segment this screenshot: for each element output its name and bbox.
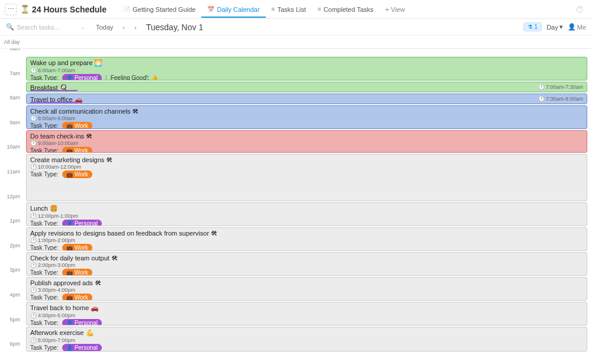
search-icon: 🔍 [6, 23, 14, 31]
calendar-event[interactable]: Wake up and prepare 🌅🕐6:00am-7:00amTask … [26, 57, 587, 80]
calendar-event[interactable]: Do team check-ins 🛠🕐9:00am-10:00amTask T… [26, 130, 587, 153]
current-date: Tuesday, Nov 1 [146, 22, 204, 32]
event-meta: Task Type:💼Work [30, 170, 583, 178]
clock-icon: 🕐 [30, 115, 37, 121]
calendar-event[interactable]: Check for daily team output 🛠🕐2:00pm-3:0… [26, 252, 587, 276]
briefcase-icon: 💼 [66, 295, 73, 301]
clock-icon: 🕐 [30, 164, 37, 170]
event-time-right: 🕐7:30am-8:00am [538, 96, 583, 102]
hour-label: 1pm [0, 218, 24, 224]
event-time-right: 🕐7:00am-7:30am [538, 84, 583, 90]
chevron-down-icon[interactable]: ⌄ [81, 24, 85, 30]
prev-day-button[interactable]: ‹ [120, 22, 127, 32]
calendar-event[interactable]: Publish approved ads 🛠🕐3:00pm-4:00pmTask… [26, 277, 587, 301]
next-day-button[interactable]: › [132, 22, 139, 32]
briefcase-icon: 💼 [66, 172, 73, 178]
stopwatch-icon[interactable]: ⏱ [575, 5, 584, 14]
search-box[interactable]: 🔍 ⌄ [6, 23, 89, 31]
hour-label: 6am [0, 49, 24, 51]
event-title: Wake up and prepare 🌅 [30, 59, 583, 67]
event-title: Publish approved ads 🛠 [30, 279, 583, 286]
calendar-event[interactable]: Travel to office 🚗🕐7:30am-8:00am [26, 94, 587, 104]
calendar-event[interactable]: Check all communication channels 🛠🕐8:00a… [26, 105, 587, 129]
event-meta: Task Type:💼Work [30, 244, 583, 251]
event-meta: Task Type:💼Work [30, 122, 583, 129]
event-title: Do team check-ins 🛠 [30, 133, 583, 140]
hour-label: 5pm [0, 317, 24, 323]
event-meta: Task Type:💼Work [30, 147, 583, 153]
event-title: Check all communication channels 🛠 [30, 108, 583, 115]
briefcase-icon: 💼 [66, 270, 73, 276]
clock-icon: 🕐 [538, 96, 545, 102]
list-icon: ≡ [272, 6, 275, 12]
today-button[interactable]: Today [94, 22, 115, 32]
tab-tasks-list[interactable]: ≡Tasks List [266, 1, 312, 18]
event-time: 🕐6:00am-7:00am [30, 67, 583, 73]
person-icon: 👤 [66, 221, 73, 227]
tab-completed-tasks[interactable]: ≡Completed Tasks [312, 1, 379, 18]
task-type-pill: 💼Work [62, 269, 92, 276]
calendar-event[interactable]: Create marketing designs 🛠🕐10:00am-12:00… [26, 154, 587, 201]
progress-underline [30, 90, 78, 91]
hour-label: 2pm [0, 243, 24, 249]
tab-getting-started[interactable]: 📄Getting Started Guide [117, 1, 201, 18]
event-time: 🕐9:00am-10:00am [30, 140, 583, 146]
event-title: Travel back to home 🚗 [30, 304, 583, 312]
calendar-event[interactable]: Afterwork exercise 💪🕐5:00pm-7:00pmTask T… [26, 327, 587, 352]
event-title: Travel to office 🚗 [30, 96, 583, 104]
filter-badge[interactable]: ⚗1 [523, 22, 542, 31]
workspace-icon[interactable]: ⋯ [5, 4, 17, 15]
filter-icon: ⚗ [527, 24, 533, 30]
task-type-pill: 👤Personal [62, 319, 102, 326]
event-time: 🕐3:00pm-4:00pm [30, 287, 583, 293]
add-view-button[interactable]: + View [379, 1, 411, 18]
clock-icon: 🕐 [30, 140, 37, 146]
clock-icon: 🕐 [538, 84, 545, 90]
hour-label: 3pm [0, 267, 24, 273]
briefcase-icon: 💼 [66, 245, 73, 251]
me-filter[interactable]: 👤Me [568, 23, 586, 31]
calendar-event[interactable]: Apply revisions to designs based on feed… [26, 227, 587, 251]
event-meta: Task Type:👤Personal [30, 220, 583, 226]
task-type-pill: 💼Work [62, 294, 92, 301]
search-input[interactable] [17, 24, 76, 31]
hour-label: 4pm [0, 292, 24, 298]
hour-label: 12pm [0, 194, 24, 199]
calendar-event[interactable]: Travel back to home 🚗🕐4:00pm-5:00pmTask … [26, 302, 587, 326]
hour-line [26, 49, 587, 49]
event-extra: Feeling Good!: 👍 [111, 75, 158, 80]
page-title: 24 Hours Schedule [32, 5, 107, 14]
calendar-grid: 6am7am8am9am10am11am12pm1pm2pm3pm4pm5pm6… [0, 49, 592, 364]
event-title: Lunch 🍔 [30, 205, 583, 212]
event-title: Breakfast 🍳 [30, 84, 583, 92]
day-selector[interactable]: Day ▾ [546, 23, 563, 31]
list-icon: ≡ [318, 6, 321, 12]
hour-label: 9am [0, 120, 24, 125]
task-type-pill: 💼Work [62, 244, 92, 251]
calendar-event[interactable]: Breakfast 🍳🕐7:00am-7:30am [26, 82, 587, 92]
event-time: 🕐1:00pm-2:00pm [30, 237, 583, 243]
briefcase-icon: 💼 [66, 123, 73, 129]
hourglass-icon: ⏳ [20, 5, 30, 14]
task-type-pill: 💼Work [62, 122, 92, 129]
allday-row: All day [0, 36, 592, 49]
clock-icon: 🕐 [30, 237, 37, 243]
person-icon: 👤 [66, 320, 73, 326]
task-type-pill: 💼Work [62, 170, 92, 178]
clock-icon: 🕐 [30, 213, 37, 219]
hour-label: 11am [0, 169, 24, 175]
view-tabs: 📄Getting Started Guide 📅Daily Calendar ≡… [117, 1, 411, 18]
event-time: 🕐4:00pm-5:00pm [30, 313, 583, 318]
event-title: Create marketing designs 🛠 [30, 156, 583, 163]
person-icon: 👤 [66, 345, 73, 351]
event-time: 🕐5:00pm-7:00pm [30, 337, 583, 343]
event-meta: Task Type:💼Work [30, 269, 583, 276]
event-meta: Task Type:👤Personal [30, 319, 583, 326]
hour-label: 10am [0, 144, 24, 150]
chevron-down-icon: ▾ [559, 23, 563, 31]
tab-daily-calendar[interactable]: 📅Daily Calendar [201, 1, 265, 18]
calendar-icon: 📅 [207, 6, 214, 12]
event-time: 🕐8:00am-9:00am [30, 115, 583, 121]
calendar-event[interactable]: Lunch 🍔🕐12:00pm-1:00pmTask Type:👤Persona… [26, 202, 587, 226]
task-type-pill: 👤Personal [62, 344, 102, 352]
